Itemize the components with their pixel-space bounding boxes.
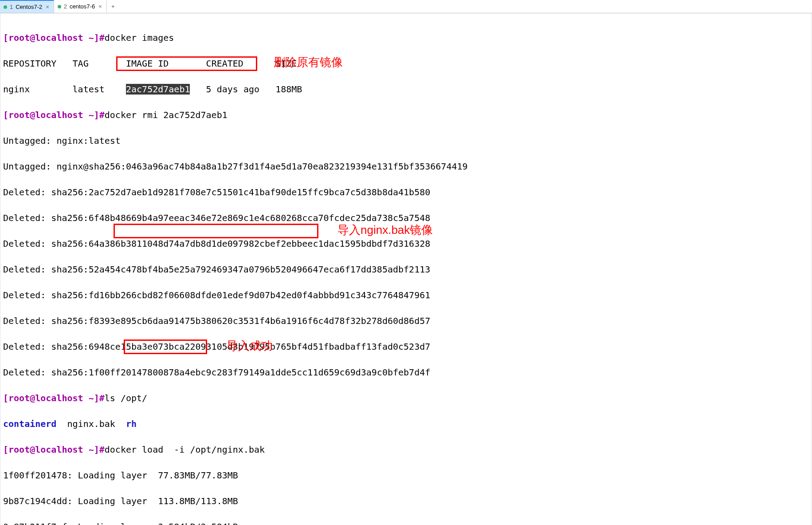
output-line: Deleted: sha256:64a386b3811048d74a7db8d1… bbox=[3, 237, 809, 250]
command: ls /opt/ bbox=[105, 393, 147, 403]
command: docker images bbox=[105, 32, 174, 43]
output-line: Deleted: sha256:f8393e895cb6daa91475b380… bbox=[3, 315, 809, 328]
output-line: containerd nginx.bak rh bbox=[3, 418, 809, 430]
output-line: Deleted: sha256:6f48b48669b4a97eeac346e7… bbox=[3, 212, 809, 225]
status-dot-icon bbox=[4, 5, 7, 9]
output-line: Untagged: nginx:latest bbox=[3, 134, 809, 147]
directory: containerd bbox=[3, 418, 56, 429]
output-line: nginx latest 2ac752d7aeb1 5 days ago 188… bbox=[3, 83, 809, 96]
prompt-line: [root@localhost ~]#docker images bbox=[3, 32, 809, 44]
output-line: Deleted: sha256:1f00ff20147800878a4ebc9c… bbox=[3, 366, 809, 379]
prompt: [root@localhost ~]# bbox=[3, 444, 105, 455]
prompt-line: [root@localhost ~]#docker load -i /opt/n… bbox=[3, 443, 809, 456]
prompt: [root@localhost ~]# bbox=[3, 393, 105, 403]
tab-bar: 1 Centos7-2 × 2 centos7-6 × + bbox=[0, 0, 812, 13]
add-tab-button[interactable]: + bbox=[107, 0, 119, 13]
output-line: Deleted: sha256:fd16bb266cbd82f06608dfde… bbox=[3, 289, 809, 302]
prompt: [root@localhost ~]# bbox=[3, 110, 105, 120]
command: docker load -i /opt/nginx.bak bbox=[105, 444, 265, 455]
output-line: Deleted: sha256:2ac752d7aeb1d9281f708e7c… bbox=[3, 186, 809, 199]
output-line: 0e87b211f7ef: Loading layer 3.584kB/3.58… bbox=[3, 521, 809, 525]
tab-title: centos7-6 bbox=[70, 3, 95, 10]
highlighted-id: 2ac752d7aeb1 bbox=[126, 84, 190, 95]
tab-title: Centos7-2 bbox=[16, 4, 42, 10]
prompt-line: [root@localhost ~]#docker rmi 2ac752d7ae… bbox=[3, 109, 809, 122]
annotation-text: 导入nginx.bak镜像 bbox=[337, 224, 433, 237]
output-line: Deleted: sha256:6948ce15ba3e073bca220931… bbox=[3, 340, 809, 353]
output-line: Deleted: sha256:52a454c478bf4ba5e25a7924… bbox=[3, 263, 809, 276]
terminal[interactable]: [root@localhost ~]#docker images REPOSIT… bbox=[0, 13, 812, 525]
prompt: [root@localhost ~]# bbox=[3, 32, 105, 43]
tab-centos7-6[interactable]: 2 centos7-6 × bbox=[54, 0, 107, 13]
status-dot-icon bbox=[58, 5, 61, 8]
tab-number: 2 bbox=[64, 3, 67, 10]
command: docker rmi 2ac752d7aeb1 bbox=[105, 110, 228, 120]
output-line: REPOSITORY TAG IMAGE ID CREATED SIZE bbox=[3, 57, 809, 70]
output-line: 1f00ff201478: Loading layer 77.83MB/77.8… bbox=[3, 469, 809, 482]
directory: rh bbox=[126, 418, 137, 429]
output-line: Untagged: nginx@sha256:0463a96ac74b84a8a… bbox=[3, 160, 809, 173]
tab-number: 1 bbox=[10, 4, 13, 10]
output-line: 9b87c194c4dd: Loading layer 113.8MB/113.… bbox=[3, 495, 809, 508]
tab-centos7-2[interactable]: 1 Centos7-2 × bbox=[0, 0, 54, 13]
prompt-line: [root@localhost ~]#ls /opt/ bbox=[3, 392, 809, 405]
annotation-box bbox=[114, 224, 318, 238]
close-icon[interactable]: × bbox=[98, 3, 103, 10]
close-icon[interactable]: × bbox=[45, 4, 50, 10]
